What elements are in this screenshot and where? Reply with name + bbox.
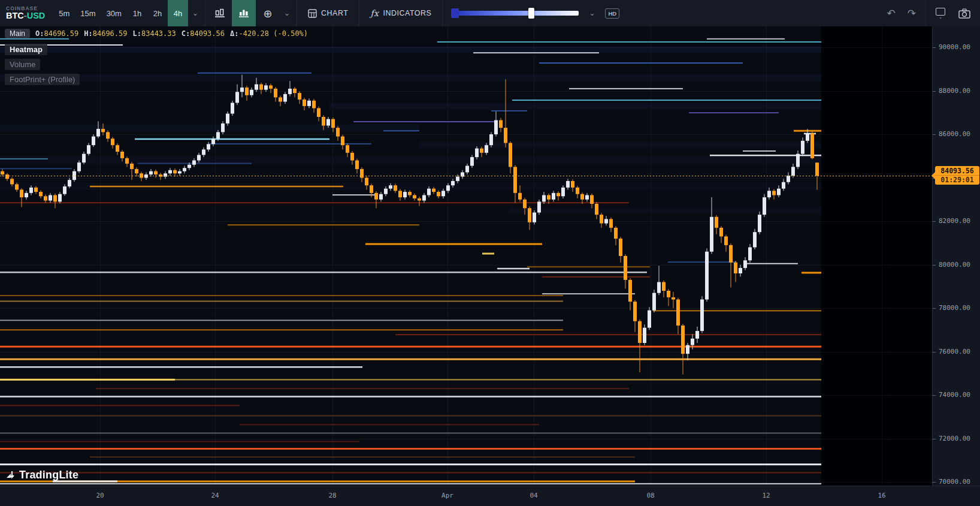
price-axis-label: 80000.00: [939, 261, 970, 269]
price-axis-label: 76000.00: [939, 348, 970, 356]
price-axis-tick: [933, 134, 936, 135]
price-axis-label: 70000.00: [939, 478, 970, 486]
ohlc-item: O:84696.59: [35, 29, 78, 38]
price-axis-label: 90000.00: [939, 43, 970, 51]
indicators-button-label: INDICATORS: [383, 9, 431, 17]
top-toolbar: COINBASE BTC-USD 5m15m30m1h2h4h ⌄: [0, 0, 980, 26]
ohlc-item: L:83443.33: [133, 29, 176, 38]
chart-button-label: CHART: [321, 9, 348, 17]
tradinglite-app: COINBASE BTC-USD 5m15m30m1h2h4h ⌄: [0, 0, 980, 506]
main-layer-chip[interactable]: Main: [5, 29, 30, 38]
last-price-value: 84093.56: [935, 167, 979, 175]
style-dropdown-chevron-icon[interactable]: ⌄: [280, 9, 294, 17]
toolbar-divider: [442, 0, 443, 26]
time-axis-label: 24: [211, 492, 219, 499]
ohlc-item: C:84093.56: [182, 29, 225, 38]
litescript-target-button[interactable]: ⊕: [256, 0, 280, 26]
layer-toggle-footprint[interactable]: FootPrint+ (Profile): [5, 74, 80, 85]
time-axis-label: 16: [878, 492, 885, 499]
timeframe-button-15m[interactable]: 15m: [75, 0, 101, 26]
volume-bars-style-button[interactable]: [232, 0, 256, 26]
redo-button[interactable]: ↷: [903, 7, 921, 19]
symbol-selector[interactable]: COINBASE BTC-USD: [0, 6, 53, 20]
fx-icon: ƒx: [370, 8, 379, 18]
time-axis-label: 20: [96, 492, 104, 499]
price-axis-tick: [933, 221, 936, 222]
price-axis-label: 72000.00: [939, 435, 970, 442]
time-axis-label: 28: [328, 492, 336, 499]
candlestick-icon: [214, 8, 225, 18]
palette-gradient-track[interactable]: [459, 11, 579, 16]
time-axis[interactable]: 202428Apr04081216: [0, 486, 980, 506]
fullscreen-button[interactable]: ⌄: [931, 8, 950, 19]
timeframe-button-4h[interactable]: 4h: [168, 0, 188, 26]
timeframe-button-2h[interactable]: 2h: [147, 0, 168, 26]
price-axis-tick: [933, 47, 936, 48]
price-axis-tick: [933, 265, 936, 266]
toolbar-divider: [297, 0, 297, 26]
time-axis-label: 04: [530, 492, 537, 499]
timeframe-dropdown-chevron-icon[interactable]: ⌄: [188, 9, 202, 17]
chart-grid-icon: [308, 9, 317, 18]
heatmap-palette-slider[interactable]: [445, 8, 585, 18]
symbol-pair: BTC-USD: [6, 11, 45, 20]
price-tag-notch-icon: [931, 172, 935, 179]
candle-countdown: 01:29:01: [935, 175, 979, 184]
hd-toggle-button[interactable]: HD: [605, 8, 619, 19]
palette-slider-handle[interactable]: [528, 8, 534, 19]
tradinglite-logo-text: TradingLite: [19, 469, 78, 481]
price-axis-label: 88000.00: [939, 87, 970, 95]
time-axis-label: Apr: [441, 492, 453, 499]
timeframe-button-30m[interactable]: 30m: [101, 0, 127, 26]
timeframe-button-5m[interactable]: 5m: [53, 0, 75, 26]
chart-button[interactable]: CHART: [300, 0, 356, 26]
price-axis-label: 74000.00: [939, 391, 970, 399]
tradinglite-logo: TradingLite: [6, 469, 78, 481]
candlestick-style-button[interactable]: [208, 0, 232, 26]
price-axis-label: 78000.00: [939, 304, 970, 312]
indicators-button[interactable]: ƒx INDICATORS: [362, 0, 440, 26]
volume-bars-icon: [238, 8, 249, 18]
price-axis-tick: [933, 395, 936, 396]
toolbar-divider: [205, 0, 205, 26]
price-axis-tick: [933, 352, 936, 353]
ohlc-info-row: Main O:84696.59H:84696.59L:83443.33C:840…: [5, 29, 308, 38]
symbol-quote: USD: [27, 11, 46, 20]
ohlc-item: Δ:-420.28 (-0.50%): [230, 29, 308, 38]
palette-dropdown-chevron-icon[interactable]: ⌄: [585, 9, 599, 17]
layer-toggle-heatmap[interactable]: Heatmap: [5, 44, 47, 55]
price-axis-tick: [933, 482, 936, 483]
price-axis[interactable]: 84093.56 01:29:01 90000.0088000.0086000.…: [932, 26, 980, 486]
symbol-base: BTC: [6, 11, 24, 20]
price-axis-tick: [933, 439, 936, 439]
toolbar-divider: [359, 0, 359, 26]
time-axis-label: 08: [646, 492, 654, 499]
layer-toggle-volume[interactable]: Volume: [5, 59, 40, 70]
target-plus-icon: ⊕: [263, 7, 272, 20]
screenshot-button[interactable]: [952, 0, 976, 26]
price-axis-label: 82000.00: [939, 217, 970, 225]
price-axis-label: 86000.00: [939, 130, 970, 138]
timeframe-button-1h[interactable]: 1h: [127, 0, 147, 26]
camera-icon: [958, 8, 970, 19]
tradinglite-logo-icon: [6, 470, 16, 480]
palette-min-cap[interactable]: [451, 8, 459, 18]
last-price-tag: 84093.56 01:29:01: [935, 166, 979, 185]
ohlc-values: O:84696.59H:84696.59L:83443.33C:84093.56…: [35, 29, 308, 38]
ohlc-item: H:84696.59: [84, 29, 127, 38]
fullscreen-chevron-icon: ⌄: [939, 16, 943, 19]
price-axis-tick: [933, 91, 936, 92]
timeframe-group: 5m15m30m1h2h4h: [53, 0, 188, 26]
toolbar-divider: [925, 0, 926, 26]
price-axis-tick: [933, 308, 936, 309]
time-axis-label: 12: [762, 492, 770, 499]
undo-button[interactable]: ↶: [882, 7, 900, 19]
chart-canvas[interactable]: [0, 26, 932, 486]
